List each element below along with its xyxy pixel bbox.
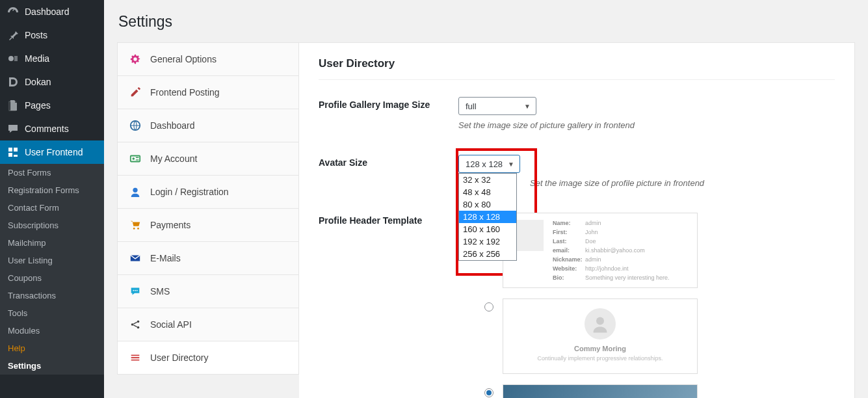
list-icon [129,352,141,364]
svg-point-9 [133,290,134,291]
avatar-size-select[interactable]: 128 x 128 ▼ [458,155,520,173]
tab-label: General Options [150,54,217,64]
tab-dashboard[interactable]: Dashboard [118,109,298,142]
dokan-icon [7,75,20,88]
sidebar-item-pages[interactable]: Pages [0,94,104,117]
tab-social-api[interactable]: Social API [118,308,298,341]
template-option-3[interactable] [484,384,835,398]
tab-user-directory[interactable]: User Directory [118,341,298,374]
tab-label: User Directory [150,352,208,363]
submenu-user-listing[interactable]: User Listing [0,252,104,269]
sidebar-submenu: Post Forms Registration Forms Contact Fo… [0,164,104,375]
avatar-option[interactable]: 192 x 192 [459,235,516,248]
tab-general-options[interactable]: General Options [118,43,298,76]
comment-icon [7,122,20,135]
gallery-size-label: Profile Gallery Image Size [319,97,458,130]
radio-icon[interactable] [484,388,493,397]
gear-icon [129,53,141,65]
submenu-registration-forms[interactable]: Registration Forms [0,181,104,199]
sidebar-item-dokan[interactable]: Dokan [0,70,104,94]
row-template: Profile Header Template Name:adminFirst:… [319,213,835,398]
profile-field-row: First:John [553,229,688,235]
gallery-size-value: full [466,101,477,111]
tab-label: My Account [150,153,197,164]
sidebar-item-comments[interactable]: Comments [0,117,104,140]
submenu-mailchimp[interactable]: Mailchimp [0,234,104,252]
avatar-placeholder [585,308,616,339]
field-key: Name: [553,220,585,226]
field-value: admin [585,256,601,263]
avatar-option[interactable]: 128 x 128 [459,211,516,223]
mail-icon [129,252,141,264]
tab-label: Dashboard [150,120,195,131]
submenu-tools[interactable]: Tools [0,304,104,322]
field-value: http://johndoe.int [585,265,629,272]
tab-e-mails[interactable]: E-Mails [118,242,298,275]
media-icon [7,52,20,65]
tab-label: Social API [150,319,192,330]
gallery-size-select[interactable]: full ▼ [458,97,536,115]
field-value: ki.shabbir@yahoo.com [585,247,645,254]
radio-icon[interactable] [484,302,493,312]
template2-desc: Continually implement progressive relati… [510,355,690,362]
template-option-2[interactable]: Commy Moring Continually implement progr… [484,298,835,374]
id-card-icon [129,153,141,165]
submenu-help[interactable]: Help [0,339,104,357]
admin-sidebar: Dashboard Posts Media Dokan Pages Commen… [0,0,104,398]
avatar-option[interactable]: 160 x 160 [459,223,516,235]
tab-login-registration[interactable]: Login / Registration [118,176,298,209]
avatar-option[interactable]: 48 x 48 [459,186,516,198]
avatar-size-dropdown: 32 x 3248 x 4880 x 80128 x 128160 x 1601… [458,173,517,261]
svg-point-7 [137,228,139,230]
profile-field-row: Bio:Something very interesting here. [553,274,688,281]
sidebar-item-label: Dokan [25,77,51,87]
sidebar-item-posts[interactable]: Posts [0,23,104,47]
submenu-contact-form[interactable]: Contact Form [0,199,104,217]
field-key: email: [553,247,585,254]
profile-field-row: Website:http://johndoe.int [553,265,688,272]
sidebar-item-label: Posts [25,30,47,40]
tab-frontend-posting[interactable]: Frontend Posting [118,76,298,109]
sidebar-item-dashboard[interactable]: Dashboard [0,0,104,23]
field-key: Website: [553,265,585,272]
sms-icon [129,285,141,297]
avatar-option[interactable]: 256 x 256 [459,248,516,260]
avatar-option[interactable]: 32 x 32 [459,174,516,186]
main-content: Settings General OptionsFrontend Posting… [104,0,868,398]
submenu-settings[interactable]: Settings [0,357,104,375]
field-key: Last: [553,238,585,245]
submenu-subscriptions[interactable]: Subscriptions [0,217,104,234]
template-label: Profile Header Template [319,213,458,398]
svg-point-4 [133,157,135,160]
submenu-coupons[interactable]: Coupons [0,269,104,287]
gallery-size-help: Set the image size of picture gallery in… [458,120,835,130]
user-icon [129,186,141,198]
sidebar-item-label: Media [25,53,49,64]
row-gallery-size: Profile Gallery Image Size full ▼ Set th… [319,97,835,130]
avatar-option[interactable]: 80 x 80 [459,198,516,211]
template-thumb-3 [503,384,698,398]
tab-payments[interactable]: Payments [118,209,298,242]
tab-my-account[interactable]: My Account [118,142,298,176]
submenu-transactions[interactable]: Transactions [0,287,104,304]
pin-icon [7,29,20,42]
field-key: First: [553,229,585,235]
field-key: Nickname: [553,256,585,263]
user-frontend-icon [7,146,20,159]
tab-sms[interactable]: SMS [118,275,298,308]
sidebar-item-media[interactable]: Media [0,47,104,70]
template-option-1[interactable]: Name:adminFirst:JohnLast:Doeemail:ki.sha… [484,213,835,288]
sidebar-item-label: User Frontend [25,147,83,157]
svg-point-10 [135,290,136,291]
chevron-down-icon: ▼ [508,161,514,168]
tab-label: Login / Registration [150,187,229,197]
chevron-down-icon: ▼ [524,103,531,110]
sidebar-item-user-frontend[interactable]: User Frontend [0,140,104,164]
submenu-modules[interactable]: Modules [0,322,104,339]
gauge-icon [7,5,20,18]
tab-label: E-Mails [150,253,181,263]
svg-point-11 [137,290,138,291]
submenu-post-forms[interactable]: Post Forms [0,164,104,181]
svg-point-15 [596,317,604,325]
tab-label: Payments [150,220,191,230]
